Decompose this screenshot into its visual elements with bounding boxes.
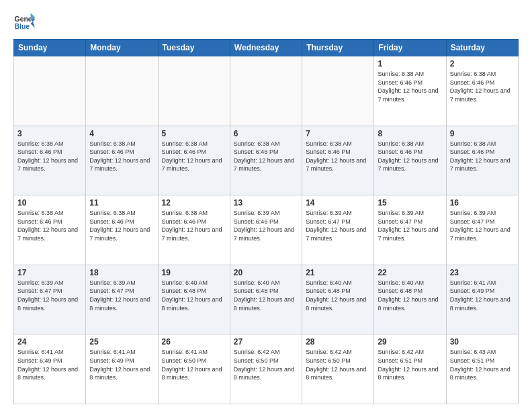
calendar-cell: 9Sunrise: 6:38 AM Sunset: 6:46 PM Daylig… [446,126,518,195]
calendar-header-row: SundayMondayTuesdayWednesdayThursdayFrid… [14,40,519,56]
day-number: 6 [234,129,298,138]
day-info: Sunrise: 6:39 AM Sunset: 6:47 PM Dayligh… [306,209,370,242]
calendar-cell: 6Sunrise: 6:38 AM Sunset: 6:46 PM Daylig… [230,126,302,195]
calendar-week-1: 1Sunrise: 6:38 AM Sunset: 6:46 PM Daylig… [14,56,519,126]
day-info: Sunrise: 6:40 AM Sunset: 6:48 PM Dayligh… [162,279,226,312]
day-number: 12 [162,198,226,208]
day-number: 26 [162,337,226,347]
calendar-cell: 3Sunrise: 6:38 AM Sunset: 6:46 PM Daylig… [14,126,86,195]
calendar-cell: 5Sunrise: 6:38 AM Sunset: 6:46 PM Daylig… [158,126,230,195]
calendar-cell: 29Sunrise: 6:42 AM Sunset: 6:51 PM Dayli… [374,334,446,404]
calendar-cell: 1Sunrise: 6:38 AM Sunset: 6:46 PM Daylig… [374,56,446,126]
logo-icon: General Blue [13,11,35,32]
day-info: Sunrise: 6:38 AM Sunset: 6:46 PM Dayligh… [378,140,442,173]
calendar-cell: 22Sunrise: 6:40 AM Sunset: 6:48 PM Dayli… [374,265,446,334]
calendar-cell [158,56,230,126]
calendar-body: 1Sunrise: 6:38 AM Sunset: 6:46 PM Daylig… [14,56,519,404]
day-number: 17 [17,268,82,277]
day-info: Sunrise: 6:39 AM Sunset: 6:47 PM Dayligh… [378,209,442,242]
calendar-cell: 30Sunrise: 6:43 AM Sunset: 6:51 PM Dayli… [446,334,518,404]
day-info: Sunrise: 6:38 AM Sunset: 6:46 PM Dayligh… [17,140,82,173]
day-number: 24 [17,337,82,347]
calendar-cell: 19Sunrise: 6:40 AM Sunset: 6:48 PM Dayli… [158,265,230,334]
day-number: 4 [89,129,154,138]
day-number: 23 [450,268,515,277]
calendar-cell: 10Sunrise: 6:38 AM Sunset: 6:46 PM Dayli… [14,195,86,265]
day-info: Sunrise: 6:39 AM Sunset: 6:46 PM Dayligh… [234,209,298,242]
calendar-cell: 7Sunrise: 6:38 AM Sunset: 6:46 PM Daylig… [302,126,374,195]
day-info: Sunrise: 6:38 AM Sunset: 6:46 PM Dayligh… [162,140,226,173]
calendar-cell: 12Sunrise: 6:38 AM Sunset: 6:46 PM Dayli… [158,195,230,265]
day-info: Sunrise: 6:39 AM Sunset: 6:47 PM Dayligh… [450,209,515,242]
day-number: 15 [378,198,442,208]
day-number: 11 [89,198,154,208]
day-number: 21 [306,268,370,277]
day-number: 5 [162,129,226,138]
calendar-cell: 28Sunrise: 6:42 AM Sunset: 6:50 PM Dayli… [302,334,374,404]
day-info: Sunrise: 6:41 AM Sunset: 6:49 PM Dayligh… [17,348,82,381]
calendar-cell [14,56,86,126]
calendar-header-thursday: Thursday [302,40,374,56]
calendar-header-monday: Monday [86,40,158,56]
calendar-cell: 21Sunrise: 6:40 AM Sunset: 6:48 PM Dayli… [302,265,374,334]
day-info: Sunrise: 6:40 AM Sunset: 6:48 PM Dayligh… [234,279,298,312]
calendar-week-5: 24Sunrise: 6:41 AM Sunset: 6:49 PM Dayli… [14,334,519,404]
day-info: Sunrise: 6:41 AM Sunset: 6:50 PM Dayligh… [162,348,226,381]
calendar-week-4: 17Sunrise: 6:39 AM Sunset: 6:47 PM Dayli… [14,265,519,334]
day-info: Sunrise: 6:41 AM Sunset: 6:49 PM Dayligh… [450,279,515,312]
calendar-table: SundayMondayTuesdayWednesdayThursdayFrid… [13,39,519,404]
calendar-cell: 25Sunrise: 6:41 AM Sunset: 6:49 PM Dayli… [86,334,158,404]
day-info: Sunrise: 6:40 AM Sunset: 6:48 PM Dayligh… [378,279,442,312]
calendar-week-2: 3Sunrise: 6:38 AM Sunset: 6:46 PM Daylig… [14,126,519,195]
calendar-header-sunday: Sunday [14,40,86,56]
day-info: Sunrise: 6:40 AM Sunset: 6:48 PM Dayligh… [306,279,370,312]
day-number: 16 [450,198,515,208]
calendar-cell: 13Sunrise: 6:39 AM Sunset: 6:46 PM Dayli… [230,195,302,265]
calendar-cell [86,56,158,126]
day-number: 25 [89,337,154,347]
calendar-cell: 16Sunrise: 6:39 AM Sunset: 6:47 PM Dayli… [446,195,518,265]
calendar-cell: 23Sunrise: 6:41 AM Sunset: 6:49 PM Dayli… [446,265,518,334]
day-info: Sunrise: 6:39 AM Sunset: 6:47 PM Dayligh… [17,279,82,312]
day-number: 9 [450,129,515,138]
day-number: 19 [162,268,226,277]
day-number: 8 [378,129,442,138]
calendar-cell [230,56,302,126]
day-info: Sunrise: 6:38 AM Sunset: 6:46 PM Dayligh… [17,209,82,242]
day-number: 27 [234,337,298,347]
calendar-cell: 14Sunrise: 6:39 AM Sunset: 6:47 PM Dayli… [302,195,374,265]
calendar-header-saturday: Saturday [446,40,518,56]
day-info: Sunrise: 6:39 AM Sunset: 6:47 PM Dayligh… [89,279,154,312]
day-number: 13 [234,198,298,208]
day-info: Sunrise: 6:43 AM Sunset: 6:51 PM Dayligh… [450,348,515,381]
calendar-cell: 2Sunrise: 6:38 AM Sunset: 6:46 PM Daylig… [446,56,518,126]
calendar-cell: 20Sunrise: 6:40 AM Sunset: 6:48 PM Dayli… [230,265,302,334]
day-info: Sunrise: 6:38 AM Sunset: 6:46 PM Dayligh… [162,209,226,242]
calendar-cell: 11Sunrise: 6:38 AM Sunset: 6:46 PM Dayli… [86,195,158,265]
day-info: Sunrise: 6:38 AM Sunset: 6:46 PM Dayligh… [378,70,442,103]
calendar-cell: 24Sunrise: 6:41 AM Sunset: 6:49 PM Dayli… [14,334,86,404]
day-number: 28 [306,337,370,347]
day-info: Sunrise: 6:38 AM Sunset: 6:46 PM Dayligh… [450,70,515,103]
day-number: 3 [17,129,82,138]
calendar-cell: 15Sunrise: 6:39 AM Sunset: 6:47 PM Dayli… [374,195,446,265]
day-number: 30 [450,337,515,347]
svg-text:Blue: Blue [15,23,30,30]
calendar-cell: 18Sunrise: 6:39 AM Sunset: 6:47 PM Dayli… [86,265,158,334]
day-number: 7 [306,129,370,138]
calendar-week-3: 10Sunrise: 6:38 AM Sunset: 6:46 PM Dayli… [14,195,519,265]
calendar-cell: 8Sunrise: 6:38 AM Sunset: 6:46 PM Daylig… [374,126,446,195]
calendar-header-tuesday: Tuesday [158,40,230,56]
page: General Blue SundayMondayTuesdayWednesda… [0,0,532,411]
day-info: Sunrise: 6:41 AM Sunset: 6:49 PM Dayligh… [89,348,154,381]
day-info: Sunrise: 6:38 AM Sunset: 6:46 PM Dayligh… [89,209,154,242]
logo: General Blue [13,11,38,32]
day-info: Sunrise: 6:42 AM Sunset: 6:51 PM Dayligh… [378,348,442,381]
day-number: 22 [378,268,442,277]
calendar-cell: 26Sunrise: 6:41 AM Sunset: 6:50 PM Dayli… [158,334,230,404]
calendar-cell [302,56,374,126]
day-info: Sunrise: 6:38 AM Sunset: 6:46 PM Dayligh… [306,140,370,173]
day-number: 18 [89,268,154,277]
header: General Blue [13,11,519,32]
day-info: Sunrise: 6:38 AM Sunset: 6:46 PM Dayligh… [234,140,298,173]
